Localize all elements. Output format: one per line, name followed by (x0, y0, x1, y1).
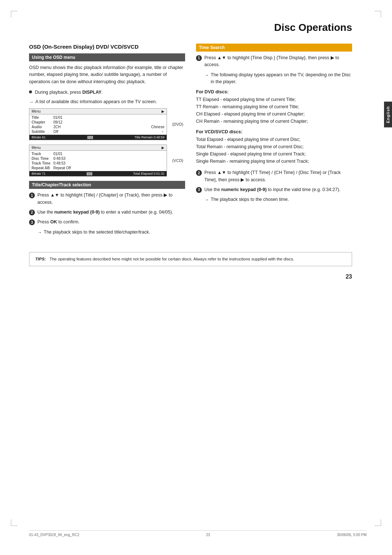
step3-ok-bold: OK (50, 219, 57, 224)
dvd-chapter-row: Chapter 09/12 (32, 120, 164, 125)
dvd-footer-bars: |||||||||||| (87, 135, 93, 139)
dvd-osd-body: Title 01/01 Chapter 09/12 Audio 2CH Chin… (29, 114, 167, 135)
dvd-title-row: Title 01/01 (32, 115, 164, 120)
dvd-item-2: CH Elapsed - elapsed playing time of cur… (196, 110, 352, 118)
dvd-osd-header: Menu ▶ (29, 109, 167, 114)
time-step1-text: Press ▲▼ to highlight {Time Disp.} {Time… (204, 54, 352, 69)
dvd-item-0: TT Elapsed - elapsed playing time of cur… (196, 96, 352, 103)
time-step2-num: 2 (196, 170, 202, 176)
page-footer: 01-43_DVP3028_94_eng_RC2 23 30/06/06, 5:… (29, 530, 367, 537)
vcd-osd-body: Track 01/01 Disc Time 0:48:53 Track Time… (29, 151, 167, 171)
dvd-audio-extra: Chinese (151, 125, 164, 129)
arrow-playback-icon: → (37, 229, 42, 236)
dvd-chapter-label: Chapter (32, 120, 53, 124)
time-step3-rest: to input the valid time (e.g. 0:34:27). (268, 187, 340, 192)
time-step2: 2 Press ▲▼ to highlight {TT Time} / {CH … (196, 169, 352, 183)
vcd-label: (VCD) (172, 158, 183, 163)
vcd-footer-bars: |||||||||||| (86, 172, 92, 175)
dvd-play-icon: ▶ (162, 109, 164, 113)
time-step2-text: Press ▲▼ to highlight {TT Time} / {CH Ti… (204, 169, 352, 183)
vcd-footer-bitrate: Bitrate 71 (32, 172, 46, 175)
bullet-display-text: During playback, press DISPLAY. (35, 89, 103, 96)
page-title: Disc Operations (29, 22, 352, 33)
disc-info-text: A list of available disc information app… (36, 98, 157, 105)
vcd-menu-label: Menu (32, 146, 41, 150)
dvd-subtitle-row: Subtitle Off ▼ (32, 129, 164, 134)
vcdsvcd-item-1: Total Remain - remaining playing time of… (196, 143, 352, 150)
osd-body-text: OSD menu shows the disc playback informa… (29, 64, 185, 85)
dvd-audio-value: 2CH (53, 125, 147, 129)
arrow-skip-icon: → (204, 197, 209, 203)
step2-text: Use the numeric keypad (0-9) to enter a … (37, 209, 185, 216)
page-number: 23 (29, 274, 352, 280)
corner-mark-tl (11, 11, 17, 17)
dvd-item-1: TT Remain - remaining playing time of cu… (196, 103, 352, 110)
arrow-playback-text: The playback skips to the selected title… (44, 229, 150, 236)
vcd-osd-wrapper: Menu ▶ Track 01/01 Disc Time 0:48:53 (29, 145, 167, 177)
vcd-osd-display: Menu ▶ Track 01/01 Disc Time 0:48:53 (29, 145, 167, 177)
footer-left: 01-43_DVP3028_94_eng_RC2 (29, 533, 79, 537)
track-step3: 3 Press OK to confirm. (29, 219, 185, 226)
dvd-discs-heading: For DVD discs: (196, 89, 352, 94)
dvd-osd-display: Menu ▶ Title 01/01 Chapter 09/12 (29, 108, 167, 140)
osd-main-heading: OSD (On-Screen Display) DVD/ VCD/SVCD (29, 44, 185, 50)
vcd-disctime-row: Disc Time 0:48:53 (32, 156, 164, 161)
footer-center: 23 (206, 533, 210, 537)
time-step3-text: Use the numeric keypad (0-9) to input th… (204, 186, 352, 193)
dvd-chapter-value: 09/12 (53, 120, 164, 124)
footer-right: 30/06/06, 5:00 PM (337, 533, 367, 537)
arrow-disc-info: → A list of available disc information a… (29, 98, 185, 106)
vcd-track-row: Track 01/01 (32, 151, 164, 156)
tips-label: TIPS: (35, 256, 46, 262)
vcd-tracktime-label: Track Time (32, 161, 53, 165)
vcd-track-value: 01/01 (53, 152, 164, 156)
arrow-skip-text: The playback skips to the chosen time. (211, 196, 289, 203)
vcdsvcd-item-0: Total Elapsed - elapsed playing time of … (196, 136, 352, 143)
step2-num: 2 (29, 210, 35, 215)
left-column: OSD (On-Screen Display) DVD/ VCD/SVCD Us… (29, 44, 185, 238)
vcdsvcd-heading: For VCD/SVCD discs: (196, 129, 352, 134)
dvd-osd-wrapper: Menu ▶ Title 01/01 Chapter 09/12 (29, 108, 167, 140)
dvd-subtitle-label: Subtitle (32, 130, 53, 134)
arrow-following-icon: → (204, 72, 209, 79)
time-step3-num: 3 (196, 187, 202, 193)
time-step1: 1 Press ▲▼ to highlight {Time Disp.} {Ti… (196, 54, 352, 69)
arrow-skip: → The playback skips to the chosen time. (204, 196, 352, 203)
vcd-footer-elapsed: Total Elapsed 0:01:32 (133, 172, 164, 175)
arrow-icon: → (29, 99, 34, 106)
dvd-label: (DVD) (172, 122, 183, 126)
step3-rest: to confirm. (58, 219, 79, 224)
dvd-footer-bitrate: Bitrate 61 (32, 135, 46, 139)
bullet-dot (29, 90, 32, 93)
vcd-repeatab-label: Repeat AB (32, 166, 53, 170)
corner-mark-br (375, 519, 381, 526)
vcdsvcd-item-3: Single Remain - remaining playing time o… (196, 158, 352, 165)
english-tab: English (384, 102, 392, 127)
step1-text: Press ▲▼ to highlight {Title} / {Chapter… (37, 192, 185, 206)
dvd-scroll-indicator: ▼ (161, 130, 164, 134)
osd-sub-heading: Using the OSD menu (29, 53, 185, 61)
track-sub-heading: Title/Chapter/Track selection (29, 181, 185, 189)
vcd-repeatab-row: Repeat AB Repeat Off (32, 166, 164, 170)
step1-num: 1 (29, 193, 35, 198)
track-step1: 1 Press ▲▼ to highlight {Title} / {Chapt… (29, 192, 185, 206)
dvd-item-3: CH Remain - remaining playing time of cu… (196, 118, 352, 125)
vcd-osd-footer: Bitrate 71 |||||||||||| Total Elapsed 0:… (29, 171, 167, 176)
tips-box: TIPS: The operating features described h… (29, 252, 352, 266)
vcd-disctime-value: 0:48:53 (53, 157, 164, 161)
main-content: OSD (On-Screen Display) DVD/ VCD/SVCD Us… (29, 44, 352, 238)
track-step2: 2 Use the numeric keypad (0-9) to enter … (29, 209, 185, 216)
dvd-title-value: 01/01 (53, 116, 164, 119)
display-bold: DISPLAY (82, 90, 102, 95)
right-column: Time Search 1 Press ▲▼ to highlight {Tim… (196, 44, 352, 238)
step2-bold: numeric keypad (0-9) (54, 210, 100, 215)
dvd-osd-footer: Bitrate 61 |||||||||||| Title Remain 0:4… (29, 135, 167, 140)
bullet-display: During playback, press DISPLAY. (29, 89, 185, 96)
vcd-tracktime-row: Track Time 0:48:53 (32, 161, 164, 166)
time-step1-num: 1 (196, 55, 202, 61)
time-step3: 3 Use the numeric keypad (0-9) to input … (196, 186, 352, 193)
step2-rest: to enter a valid number (e.g. 04/05). (101, 210, 173, 215)
vcd-repeatab-value: Repeat Off (53, 166, 164, 170)
vcd-track-label: Track (32, 152, 53, 156)
time-step3-bold: numeric keypad (0-9) (221, 187, 267, 192)
